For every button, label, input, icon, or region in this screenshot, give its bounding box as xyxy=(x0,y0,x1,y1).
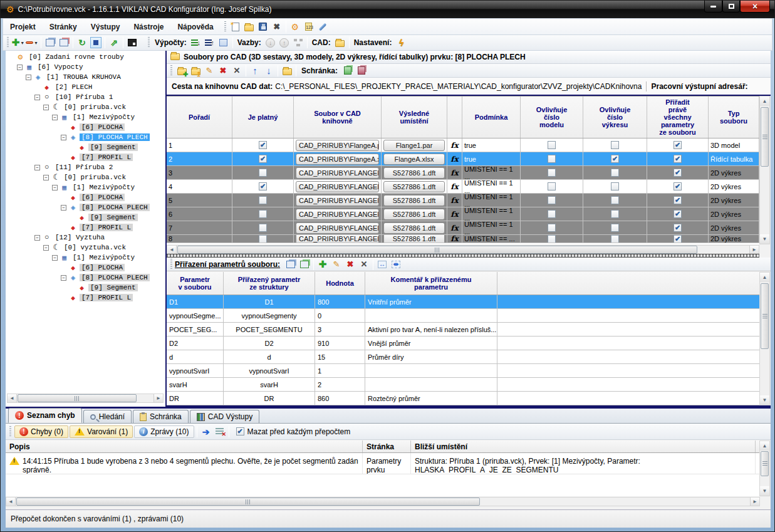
tree-item-label[interactable]: [10] Příruba 1 xyxy=(53,93,115,101)
files-table-row[interactable]: 5CAD_PRIRUBY\FLANGEFS527886 1.dftfxUMIST… xyxy=(167,194,759,207)
tree-expander[interactable]: − xyxy=(43,245,49,251)
result-button[interactable]: S527886 1.dft xyxy=(383,209,445,220)
valid-checkbox[interactable]: ✔ xyxy=(259,141,267,149)
menu-projekt[interactable]: Projekt xyxy=(3,20,43,34)
tree-item[interactable]: −▦[1] Mezivýpočty xyxy=(6,253,165,263)
files-table-row[interactable]: 7CAD_PRIRUBY\FLANGEFS527886 1.dftfxUMIST… xyxy=(167,221,759,235)
files-column-header[interactable]: Typ souboru xyxy=(709,96,759,138)
new-file-icon[interactable]: ✶ xyxy=(229,21,242,33)
model-no-checkbox[interactable] xyxy=(548,169,556,177)
clear-list-button[interactable] xyxy=(214,425,226,438)
tree-item[interactable]: −○[10] Příruba 1 xyxy=(6,92,165,102)
tree-item-label[interactable]: [1] Mezivýpočty xyxy=(71,254,137,261)
formula-icon[interactable]: fx xyxy=(450,224,458,232)
file-button[interactable]: CAD_PRIRUBY\FLANGEF xyxy=(296,235,379,243)
fit-column-button[interactable]: ↔ xyxy=(376,258,388,271)
delete-all-files-button[interactable]: ✕ xyxy=(231,65,243,77)
tree-expander[interactable]: − xyxy=(61,135,66,140)
arrange-windows-icon[interactable] xyxy=(44,36,56,49)
tree-item[interactable]: −◈[8] PLOCHA PLECH xyxy=(6,202,165,212)
add-node-button[interactable]: ✚▼ xyxy=(12,36,24,49)
file-button[interactable]: CAD_PRIRUBY\FLANGEF xyxy=(296,195,379,206)
link-hierarchy-button[interactable] xyxy=(292,36,304,49)
valid-checkbox[interactable]: ✔ xyxy=(259,155,267,163)
tree-item-label[interactable]: [6] PLOCHA xyxy=(80,194,125,201)
params-table-row[interactable]: D1D1800Vnitřní průměr xyxy=(167,295,759,309)
files-table-row[interactable]: 4✔CAD_PRIRUBY\FLANGEFS527886 1.dftfxUMIS… xyxy=(167,180,759,194)
file-button[interactable]: CAD_PRIRUBY\FLANGEF xyxy=(296,181,379,192)
tree-expander[interactable]: − xyxy=(61,275,66,281)
close-project-icon[interactable]: ✖ xyxy=(271,21,283,33)
assign-params-checkbox[interactable]: ✔ xyxy=(674,141,682,149)
tree-item-label[interactable]: [6] PLOCHA xyxy=(80,264,125,271)
file-button[interactable]: CAD_PRIRUBY\FLANGEF xyxy=(296,209,379,220)
menu-nápověda[interactable]: Nápověda xyxy=(170,20,220,34)
move-up-button[interactable]: ↑ xyxy=(249,65,261,77)
menu-stránky[interactable]: Stránky xyxy=(43,20,84,34)
tree-item-label[interactable]: [6] PLOCHA xyxy=(80,123,125,131)
add-file-button[interactable]: ✚ xyxy=(175,65,188,77)
tree-expander[interactable]: − xyxy=(52,255,58,261)
result-button[interactable]: S527886 1.dft xyxy=(383,195,445,206)
link-down-button[interactable]: ↓ xyxy=(264,36,277,49)
tree-item-label[interactable]: [7] PROFIL L xyxy=(80,294,133,301)
tree-item-label[interactable]: [12] Vyztuha xyxy=(53,234,107,241)
scroll-left-arrow[interactable]: ◄ xyxy=(167,246,177,254)
files-table-row[interactable]: 3CAD_PRIRUBY\FLANGEFS527886 1.dftfxUMIST… xyxy=(167,166,759,180)
file-button[interactable]: CAD_PRIRUBY\FLANGEF xyxy=(296,222,379,234)
formula-icon[interactable]: fx xyxy=(450,155,458,164)
scroll-right-arrow[interactable]: ► xyxy=(749,246,759,254)
model-no-checkbox[interactable] xyxy=(548,141,556,149)
filter-warning-button[interactable]: Varování (1) xyxy=(70,425,133,438)
minimize-button[interactable] xyxy=(704,1,722,13)
delete-file-button[interactable]: ✖ xyxy=(217,65,229,77)
assign-params-checkbox[interactable]: ✔ xyxy=(674,182,682,190)
tree-item[interactable]: −☾[0] priruba.vck xyxy=(6,172,165,182)
refresh-button[interactable]: ↻ xyxy=(76,36,88,49)
tree-item-label[interactable]: [9] Segment xyxy=(88,214,138,221)
formula-icon[interactable]: fx xyxy=(450,235,458,243)
tree-item-label[interactable]: [1] TROUBA KRUHOVA xyxy=(44,73,123,81)
files-column-header[interactable]: Výsledné umístění xyxy=(382,96,447,138)
tree-item[interactable]: ⚙[0] Zadani rovne trouby xyxy=(6,52,165,62)
valid-checkbox[interactable] xyxy=(259,196,267,204)
tree-expander[interactable]: − xyxy=(34,235,40,241)
valid-checkbox[interactable]: ✔ xyxy=(259,182,267,190)
formula-icon[interactable]: fx xyxy=(450,169,458,177)
menu-nástroje[interactable]: Nástroje xyxy=(127,20,170,34)
save-file-icon[interactable] xyxy=(257,21,269,33)
tree-item-label[interactable]: [1] Mezivýpočty xyxy=(71,184,137,191)
result-button[interactable]: Flange1.par xyxy=(383,140,445,151)
tree-item-label[interactable]: [6] Vypocty xyxy=(36,63,85,71)
model-no-checkbox[interactable] xyxy=(548,182,556,190)
assign-params-checkbox[interactable]: ✔ xyxy=(674,196,682,204)
files-table-row[interactable]: 1✔CAD_PRIRUBY\FlangeA.pFlange1.parfxtrue… xyxy=(167,138,759,152)
scroll-right-arrow[interactable]: ► xyxy=(153,394,163,402)
cad-folder-button[interactable] xyxy=(334,36,346,49)
assign-params-checkbox[interactable]: ✔ xyxy=(674,235,682,243)
file-button[interactable]: CAD_PRIRUBY\FlangeA.p xyxy=(296,140,379,151)
table-view-button[interactable] xyxy=(217,36,230,49)
scroll-left-arrow[interactable]: ◄ xyxy=(8,394,17,402)
files-column-header[interactable]: Ovlivňuje číslo modelu xyxy=(521,96,583,138)
edit-file-button[interactable]: ✎ xyxy=(203,65,216,77)
params-vscrollbar[interactable]: ▲ ▼ xyxy=(759,272,770,405)
goto-message-button[interactable]: ➔ xyxy=(200,425,212,438)
file-button[interactable]: CAD_PRIRUBY\FLANGEF xyxy=(296,167,379,179)
result-button[interactable]: S527886 1.dft xyxy=(383,235,445,243)
tree-expander[interactable]: − xyxy=(26,75,31,80)
tree-item[interactable]: ◆[9] Segment xyxy=(6,142,165,152)
export-button[interactable]: ⇗ xyxy=(108,36,120,49)
formula-icon[interactable]: fx xyxy=(450,182,458,191)
params-table-row[interactable]: dd15Průměr díry xyxy=(167,350,759,364)
tree-item[interactable]: ◆[7] PROFIL L xyxy=(6,152,165,162)
assign-params-checkbox[interactable]: ✔ xyxy=(674,155,682,163)
drawing-no-checkbox[interactable] xyxy=(611,169,619,177)
tab-cad-výstupy[interactable]: CAD Výstupy xyxy=(190,410,259,423)
tree-item-label[interactable]: [9] Segment xyxy=(88,284,138,291)
tree-item-label[interactable]: [0] priruba.vck xyxy=(62,103,128,111)
tree-item[interactable]: −○[11] Příruba 2 xyxy=(6,162,165,172)
files-column-header[interactable]: Ovlivňuje číslo výkresu xyxy=(583,96,647,138)
arrange-windows-alt-icon[interactable] xyxy=(58,36,70,49)
tree-item-label[interactable]: [8] PLOCHA PLECH xyxy=(80,204,150,211)
